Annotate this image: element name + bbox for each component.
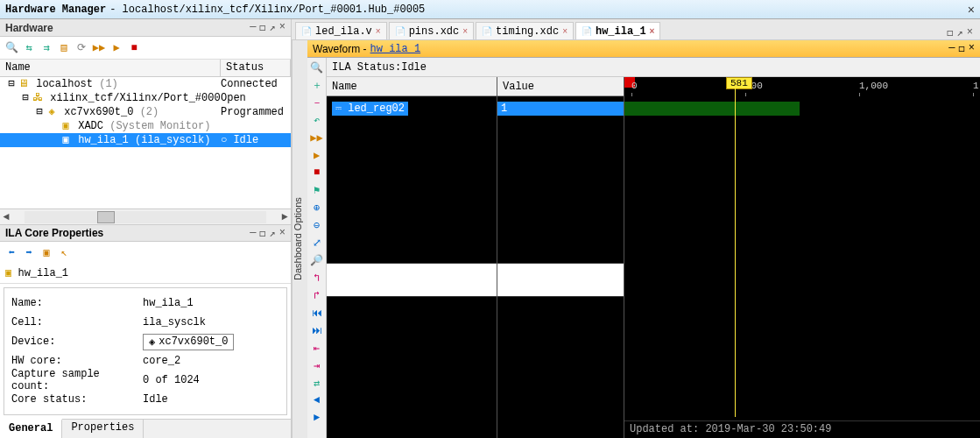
minimize-icon[interactable]: —: [250, 21, 256, 34]
add-icon[interactable]: ＋: [309, 77, 325, 93]
marker-prev-icon[interactable]: ◄: [309, 392, 325, 408]
tree-row[interactable]: ▣ hw_ila_1 (ila_sysclk)○ Idle: [0, 133, 291, 147]
collapse-icon[interactable]: ⇆: [21, 40, 37, 56]
editor-tab[interactable]: 📄led_ila.v×: [295, 22, 387, 39]
editor-tab[interactable]: 📄hw_ila_1×: [575, 22, 660, 39]
swap-icon[interactable]: ⇄: [309, 375, 325, 391]
stop-icon[interactable]: ■: [309, 165, 325, 180]
tree-row[interactable]: ▣ XADC (System Monitor): [0, 119, 291, 133]
window-close-icon[interactable]: ×: [968, 0, 975, 19]
minimize-icon[interactable]: —: [948, 42, 955, 55]
wave-col-value[interactable]: Value: [497, 77, 624, 96]
search-icon[interactable]: 🔍: [4, 40, 19, 56]
tab-label: led_ila.v: [315, 25, 372, 38]
file-icon: 📄: [482, 26, 492, 37]
zoom-fit-icon[interactable]: ⤢: [309, 235, 325, 251]
forward-icon[interactable]: ➡: [21, 244, 37, 260]
goto-prev-icon[interactable]: ↰: [309, 270, 325, 286]
maximize-icon[interactable]: ↗: [957, 26, 963, 39]
restore-icon[interactable]: ◻: [947, 26, 953, 39]
device-link[interactable]: ◈xc7vx690t_0: [143, 334, 234, 350]
run-icon[interactable]: ▶▶: [91, 40, 107, 56]
prop-cell-k: Cell:: [11, 316, 143, 328]
tab-label: pins.xdc: [409, 25, 460, 38]
play-icon[interactable]: ▶: [109, 40, 124, 56]
node-icon: ◈: [46, 105, 58, 119]
prev-edge-icon[interactable]: ⇤: [309, 340, 325, 356]
tab-close-icon[interactable]: ×: [376, 26, 381, 36]
expand-icon[interactable]: ⊟: [5, 77, 18, 91]
cursor-line[interactable]: [735, 88, 736, 417]
prop-cap-k: Capture sample count:: [11, 368, 143, 392]
scroll-thumb[interactable]: [97, 211, 115, 223]
h-scrollbar[interactable]: ◄ ►: [0, 208, 291, 224]
restore-icon[interactable]: ◻: [259, 21, 265, 34]
signal-value: 1: [497, 102, 624, 116]
close-icon[interactable]: ×: [969, 42, 975, 55]
refresh-icon[interactable]: ⟳: [74, 40, 89, 56]
ruler-tick: 1,000: [859, 81, 888, 91]
goto-next-icon[interactable]: ↱: [309, 287, 325, 303]
restore-icon[interactable]: ◻: [959, 42, 965, 55]
ila-status-value: Idle: [401, 61, 427, 74]
editor-tab[interactable]: 📄timing.xdc×: [476, 22, 574, 39]
node-label: xilinx_tcf/Xilinx/Port_#0001...: [44, 92, 221, 104]
expand-icon[interactable]: ⊟: [33, 105, 46, 119]
hardware-tree[interactable]: ⊟🖥 localhost (1)Connected⊟🖧 xilinx_tcf/X…: [0, 77, 291, 208]
stop-icon[interactable]: ■: [126, 40, 142, 56]
col-status[interactable]: Status: [221, 60, 291, 76]
scroll-left-icon[interactable]: ◄: [0, 211, 12, 223]
marker-next-icon[interactable]: ►: [309, 410, 325, 426]
restore-icon[interactable]: ◻: [259, 227, 265, 240]
undo-icon[interactable]: ↶: [309, 112, 325, 128]
ruler-tick: 0: [631, 81, 638, 91]
play-icon[interactable]: ▶: [309, 147, 325, 163]
cursor-label[interactable]: 581: [726, 77, 752, 89]
first-icon[interactable]: ⏮: [309, 305, 325, 321]
hardware-title: Hardware: [5, 22, 53, 34]
next-edge-icon[interactable]: ⇥: [309, 357, 325, 373]
expand-icon[interactable]: ⊟: [19, 91, 32, 105]
tab-label: hw_ila_1: [596, 25, 646, 38]
zoom-out-icon[interactable]: ⊖: [309, 217, 325, 233]
tree-row[interactable]: ⊟◈ xc7vx690t_0 (2)Programmed: [0, 105, 291, 119]
editor-tab[interactable]: 📄pins.xdc×: [389, 22, 474, 39]
wave-footer: Updated at: 2019-Mar-30 23:50:49: [624, 420, 980, 438]
search-icon[interactable]: 🔍: [309, 60, 325, 75]
tab-close-icon[interactable]: ×: [462, 26, 468, 36]
last-icon[interactable]: ⏭: [309, 322, 325, 338]
signal-name[interactable]: ⎓ led_reg02: [332, 102, 408, 116]
close-icon[interactable]: ×: [279, 227, 286, 240]
minimize-icon[interactable]: —: [250, 227, 256, 240]
dashboard-options-handle[interactable]: Dashboard Options: [292, 40, 307, 438]
zoom-in-icon[interactable]: ⊕: [309, 200, 325, 215]
scroll-right-icon[interactable]: ►: [278, 211, 291, 223]
expand-icon[interactable]: ⇉: [39, 40, 54, 56]
waveform-canvas[interactable]: 05001,0001,500 581 Updated at: 2019-Mar-…: [624, 77, 980, 438]
maximize-icon[interactable]: ↗: [270, 227, 276, 240]
settings-icon[interactable]: ▤: [56, 40, 72, 56]
tree-row[interactable]: ⊟🖧 xilinx_tcf/Xilinx/Port_#0001... Open: [0, 91, 291, 105]
tab-close-icon[interactable]: ×: [650, 26, 655, 36]
tree-row[interactable]: ⊟🖥 localhost (1)Connected: [0, 77, 291, 91]
maximize-icon[interactable]: ↗: [270, 21, 276, 34]
prop-name-k: Name:: [11, 297, 143, 309]
pick-icon[interactable]: ▣: [39, 244, 54, 260]
run-icon[interactable]: ▶▶: [309, 130, 325, 145]
close-icon[interactable]: ×: [967, 26, 973, 39]
tab-general[interactable]: General: [0, 419, 62, 438]
remove-icon[interactable]: －: [309, 95, 325, 110]
close-icon[interactable]: ×: [279, 21, 286, 34]
time-ruler[interactable]: 05001,0001,500: [624, 77, 980, 96]
editor-tabs: 📄led_ila.v×📄pins.xdc×📄timing.xdc×📄hw_ila…: [292, 19, 980, 40]
node-icon: 🖧: [32, 91, 44, 105]
cursor-icon[interactable]: ↖: [56, 244, 72, 260]
tab-close-icon[interactable]: ×: [562, 26, 568, 36]
waveform-link[interactable]: hw_ila_1: [370, 43, 421, 55]
tab-properties[interactable]: Properties: [62, 420, 144, 438]
zoom-sel-icon[interactable]: 🔎: [309, 252, 325, 268]
wave-col-name[interactable]: Name: [327, 77, 497, 96]
col-name[interactable]: Name: [0, 60, 221, 76]
flag-icon[interactable]: ⚑: [309, 182, 325, 198]
back-icon[interactable]: ⬅: [4, 244, 19, 260]
